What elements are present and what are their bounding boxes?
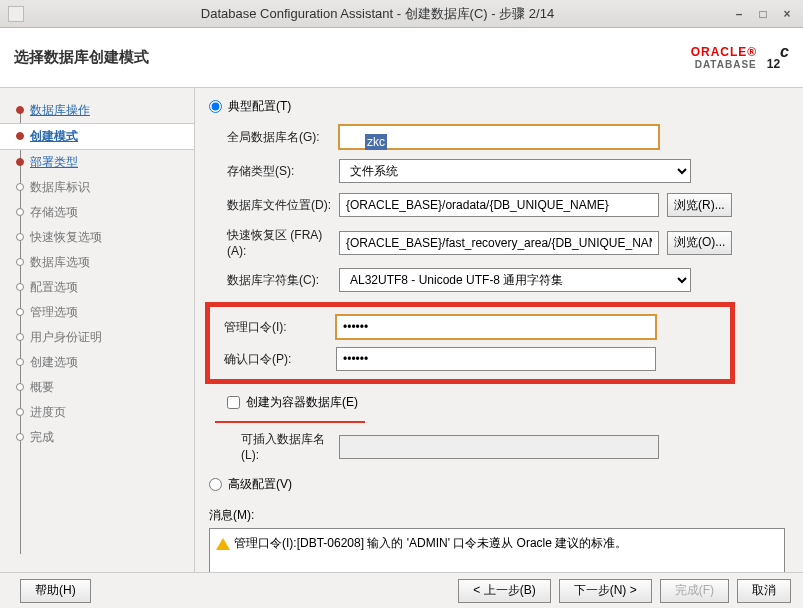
sidebar-step-2[interactable]: 部署类型 bbox=[0, 150, 194, 175]
messages-label: 消息(M): bbox=[209, 507, 789, 524]
sidebar-step-8: 管理选项 bbox=[0, 300, 194, 325]
close-button[interactable]: × bbox=[779, 6, 795, 22]
next-button[interactable]: 下一步(N) > bbox=[559, 579, 652, 603]
storage-type-label: 存储类型(S): bbox=[209, 163, 339, 180]
maximize-button[interactable]: □ bbox=[755, 6, 771, 22]
message-text: 管理口令(I):[DBT-06208] 输入的 'ADMIN' 口令未遵从 Or… bbox=[234, 536, 627, 550]
cdb-checkbox[interactable]: 创建为容器数据库(E) bbox=[209, 394, 358, 411]
advanced-config-radio[interactable]: 高级配置(V) bbox=[209, 476, 292, 493]
title-bar: Database Configuration Assistant - 创建数据库… bbox=[0, 0, 803, 28]
sidebar: 数据库操作创建模式部署类型数据库标识存储选项快速恢复选项数据库选项配置选项管理选… bbox=[0, 88, 195, 572]
sidebar-step-0[interactable]: 数据库操作 bbox=[0, 98, 194, 123]
app-icon bbox=[8, 6, 24, 22]
fra-input[interactable] bbox=[339, 231, 659, 255]
confirm-pwd-label: 确认口令(P): bbox=[220, 351, 336, 368]
storage-type-select[interactable]: 文件系统 bbox=[339, 159, 691, 183]
oracle-logo: ORACLE® DATABASE 12c bbox=[691, 41, 789, 75]
pdb-name-input bbox=[339, 435, 659, 459]
global-db-name-label: 全局数据库名(G): bbox=[209, 129, 339, 146]
page-title: 选择数据库创建模式 bbox=[14, 48, 149, 67]
finish-button: 完成(F) bbox=[660, 579, 729, 603]
back-button[interactable]: < 上一步(B) bbox=[458, 579, 550, 603]
sidebar-step-5: 快速恢复选项 bbox=[0, 225, 194, 250]
sidebar-step-13: 完成 bbox=[0, 425, 194, 450]
charset-select[interactable]: AL32UTF8 - Unicode UTF-8 通用字符集 bbox=[339, 268, 691, 292]
sidebar-step-7: 配置选项 bbox=[0, 275, 194, 300]
admin-pwd-label: 管理口令(I): bbox=[220, 319, 336, 336]
window-title: Database Configuration Assistant - 创建数据库… bbox=[32, 5, 723, 23]
footer: 帮助(H) < 上一步(B) 下一步(N) > 完成(F) 取消 bbox=[0, 572, 803, 608]
password-highlight-box: 管理口令(I): 确认口令(P): bbox=[205, 302, 735, 384]
minimize-button[interactable]: – bbox=[731, 6, 747, 22]
sidebar-step-11: 概要 bbox=[0, 375, 194, 400]
admin-pwd-input[interactable] bbox=[336, 315, 656, 339]
charset-label: 数据库字符集(C): bbox=[209, 272, 339, 289]
sidebar-step-12: 进度页 bbox=[0, 400, 194, 425]
db-file-location-input[interactable] bbox=[339, 193, 659, 217]
cancel-button[interactable]: 取消 bbox=[737, 579, 791, 603]
sidebar-step-4: 存储选项 bbox=[0, 200, 194, 225]
messages-box[interactable]: 管理口令(I):[DBT-06208] 输入的 'ADMIN' 口令未遵从 Or… bbox=[209, 528, 785, 572]
red-underline bbox=[215, 421, 365, 423]
warning-icon bbox=[216, 538, 230, 550]
browse-db-file-button[interactable]: 浏览(R)... bbox=[667, 193, 732, 217]
confirm-pwd-input[interactable] bbox=[336, 347, 656, 371]
sidebar-step-6: 数据库选项 bbox=[0, 250, 194, 275]
sidebar-step-3: 数据库标识 bbox=[0, 175, 194, 200]
browse-fra-button[interactable]: 浏览(O)... bbox=[667, 231, 732, 255]
header: 选择数据库创建模式 ORACLE® DATABASE 12c bbox=[0, 28, 803, 88]
fra-label: 快速恢复区 (FRA)(A): bbox=[209, 227, 339, 258]
main-content: 典型配置(T) 全局数据库名(G): 存储类型(S): 文件系统 数据库文件位置… bbox=[195, 88, 803, 572]
db-file-location-label: 数据库文件位置(D): bbox=[209, 197, 339, 214]
typical-config-radio[interactable]: 典型配置(T) bbox=[209, 98, 291, 115]
global-db-name-input[interactable] bbox=[339, 125, 659, 149]
sidebar-step-1[interactable]: 创建模式 bbox=[0, 123, 194, 150]
sidebar-step-10: 创建选项 bbox=[0, 350, 194, 375]
pdb-name-label: 可插入数据库名(L): bbox=[209, 431, 339, 462]
sidebar-step-9: 用户身份证明 bbox=[0, 325, 194, 350]
help-button[interactable]: 帮助(H) bbox=[20, 579, 91, 603]
